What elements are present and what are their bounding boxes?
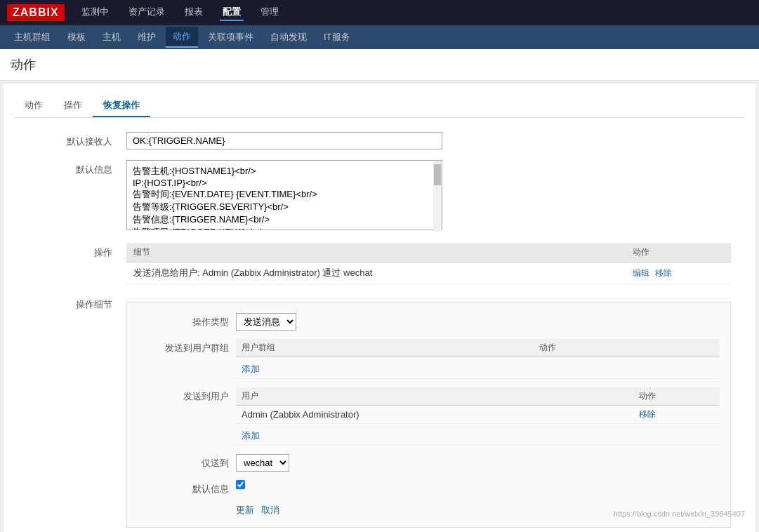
operations-table: 细节 动作 发送消息给用户: Admin (Zabbix Administrat… xyxy=(126,243,731,284)
user-add-cell: 添加 xyxy=(236,424,720,446)
operations-row: 操作 细节 动作 发送消息给用户: Admin (Zabbix Administ… xyxy=(28,243,731,284)
col-user-group-action: 动作 xyxy=(534,339,720,357)
tab-action[interactable]: 动作 xyxy=(14,95,53,117)
subnav-hostgroup[interactable]: 主机群组 xyxy=(7,27,58,47)
user-add-row: 添加 xyxy=(236,424,720,446)
ops-table-row: 发送消息给用户: Admin (Zabbix Administrator) 通过… xyxy=(126,262,731,284)
cancel-link[interactable]: 取消 xyxy=(261,504,279,517)
ops-detail-row: 操作细节 操作类型 发送消息 发送到用户群组 xyxy=(28,295,731,528)
send-only-to-label: 仅送到 xyxy=(138,454,229,470)
subnav-it-services[interactable]: IT服务 xyxy=(317,27,357,47)
user-row-action: 移除 xyxy=(633,406,720,424)
nav-assets[interactable]: 资产记录 xyxy=(126,4,168,21)
nav-admin[interactable]: 管理 xyxy=(258,4,282,21)
user-group-table: 用户群组 动作 添加 xyxy=(236,339,720,379)
ops-detail-label: 操作细节 xyxy=(28,295,112,311)
nav-monitor[interactable]: 监测中 xyxy=(79,4,112,21)
ops-remove-link[interactable]: 移除 xyxy=(655,267,672,279)
send-to-group-row: 发送到用户群组 用户群组 动作 xyxy=(138,339,720,379)
scrollbar-thumb xyxy=(434,164,441,185)
user-group-add-row: 添加 xyxy=(236,357,720,379)
send-only-to-row: 仅送到 wechat xyxy=(138,454,720,472)
col-user-action: 动作 xyxy=(633,387,720,406)
op-type-row: 操作类型 发送消息 xyxy=(138,313,720,331)
subnav-discovery[interactable]: 自动发现 xyxy=(263,27,314,47)
col-user-group: 用户群组 xyxy=(236,339,534,357)
send-to-user-row: 发送到用户 用户 动作 xyxy=(138,387,720,446)
top-navigation: ZABBIX 监测中 资产记录 报表 配置 管理 xyxy=(0,0,759,25)
user-remove-link[interactable]: 移除 xyxy=(639,408,656,420)
watermark: https://blog.csdn.net/weixin_39845407 xyxy=(614,510,745,518)
op-type-control: 发送消息 xyxy=(236,313,720,331)
default-recipient-input[interactable] xyxy=(126,132,442,149)
send-to-group-control: 用户群组 动作 添加 xyxy=(236,339,720,379)
default-message-control: 告警主机:{HOSTNAME1}<br/> IP:{HOST.IP}<br/> … xyxy=(126,160,731,232)
page-title: 动作 xyxy=(11,56,748,73)
ops-detail-box: 操作类型 发送消息 发送到用户群组 xyxy=(126,302,731,528)
send-to-user-control: 用户 动作 Admin (Zabbix Administrator) xyxy=(236,387,720,446)
update-link[interactable]: 更新 xyxy=(236,504,254,517)
default-recipient-row: 默认接收人 xyxy=(28,132,731,149)
default-msg-check-row: 默认信息 xyxy=(138,480,720,496)
add-user-link[interactable]: 添加 xyxy=(242,430,260,442)
tab-operations[interactable]: 操作 xyxy=(53,95,93,117)
content-area: 动作 操作 恢复操作 默认接收人 默认信息 告警主机:{HOSTNAME1}<b… xyxy=(4,84,755,532)
op-type-select[interactable]: 发送消息 xyxy=(236,313,296,331)
ops-edit-link[interactable]: 编辑 xyxy=(633,267,649,279)
user-table-header: 用户 动作 xyxy=(236,387,720,406)
col-user: 用户 xyxy=(236,387,633,406)
ops-col-detail: 细节 xyxy=(126,243,626,262)
default-msg-check-label: 默认信息 xyxy=(138,480,229,496)
user-table-row: Admin (Zabbix Administrator) 移除 xyxy=(236,406,720,424)
user-action-links: 移除 xyxy=(639,408,714,420)
ops-action-links: 编辑 移除 xyxy=(633,267,724,279)
user-row-name: Admin (Zabbix Administrator) xyxy=(236,406,633,424)
op-type-label: 操作类型 xyxy=(138,313,229,328)
page-header: 动作 xyxy=(0,49,759,81)
top-nav-items: 监测中 资产记录 报表 配置 管理 xyxy=(79,4,282,21)
subnav-maintenance[interactable]: 维护 xyxy=(131,27,163,47)
subnav-event-correlation[interactable]: 关联项事件 xyxy=(201,27,260,47)
send-only-to-control: wechat xyxy=(236,454,720,472)
default-message-textarea[interactable]: 告警主机:{HOSTNAME1}<br/> IP:{HOST.IP}<br/> … xyxy=(126,160,442,230)
user-table: 用户 动作 Admin (Zabbix Administrator) xyxy=(236,387,720,446)
ops-row-actions: 编辑 移除 xyxy=(626,262,731,284)
textarea-wrapper: 告警主机:{HOSTNAME1}<br/> IP:{HOST.IP}<br/> … xyxy=(126,160,442,232)
nav-config[interactable]: 配置 xyxy=(220,4,244,21)
send-only-to-select[interactable]: wechat xyxy=(236,454,289,472)
sub-navigation: 主机群组 模板 主机 维护 动作 关联项事件 自动发现 IT服务 xyxy=(0,25,759,49)
ops-table-header: 细节 动作 xyxy=(126,243,731,262)
send-to-group-label: 发送到用户群组 xyxy=(138,339,229,354)
form-section: 默认接收人 默认信息 告警主机:{HOSTNAME1}<br/> IP:{HOS… xyxy=(14,132,745,528)
default-message-label: 默认信息 xyxy=(28,160,112,176)
ops-col-action: 动作 xyxy=(626,243,731,262)
send-to-user-label: 发送到用户 xyxy=(138,387,229,403)
operations-control: 细节 动作 发送消息给用户: Admin (Zabbix Administrat… xyxy=(126,243,731,284)
default-recipient-label: 默认接收人 xyxy=(28,132,112,148)
subnav-host[interactable]: 主机 xyxy=(95,27,128,47)
operations-label: 操作 xyxy=(28,243,112,259)
user-group-header: 用户群组 动作 xyxy=(236,339,720,357)
user-group-add-cell: 添加 xyxy=(236,357,720,379)
logo: ZABBIX xyxy=(7,4,65,21)
subnav-actions[interactable]: 动作 xyxy=(166,27,198,48)
default-recipient-control xyxy=(126,132,731,149)
default-message-row: 默认信息 告警主机:{HOSTNAME1}<br/> IP:{HOST.IP}<… xyxy=(28,160,731,232)
nav-reports[interactable]: 报表 xyxy=(182,4,206,21)
default-msg-check-control xyxy=(236,480,720,491)
ops-detail-control: 操作类型 发送消息 发送到用户群组 xyxy=(126,295,731,528)
ops-row-detail: 发送消息给用户: Admin (Zabbix Administrator) 通过… xyxy=(126,262,626,284)
tab-recovery-operations[interactable]: 恢复操作 xyxy=(93,95,150,117)
default-msg-checkbox[interactable] xyxy=(236,480,245,489)
tab-bar: 动作 操作 恢复操作 xyxy=(14,95,745,118)
add-group-link[interactable]: 添加 xyxy=(242,363,260,375)
scrollbar-vertical[interactable] xyxy=(433,161,442,232)
subnav-template[interactable]: 模板 xyxy=(60,27,93,47)
